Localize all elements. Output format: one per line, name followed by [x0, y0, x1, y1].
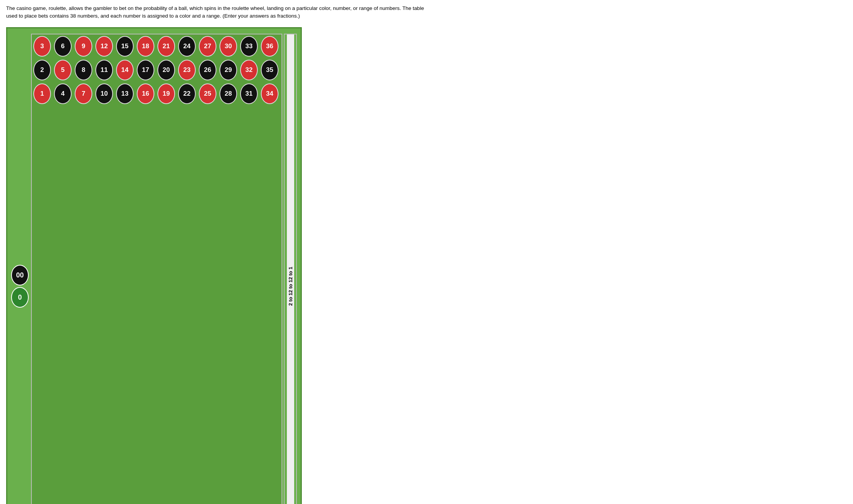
- intro-paragraph: The casino game, roulette, allows the ga…: [6, 5, 427, 20]
- number-1: 1: [33, 83, 51, 104]
- number-22: 22: [178, 83, 196, 104]
- number-21: 21: [157, 36, 175, 57]
- number-9: 9: [75, 36, 92, 57]
- number-36: 36: [261, 36, 278, 57]
- numbers-area: 00 0 36912151821242730333625811141720232…: [11, 34, 297, 504]
- number-3: 3: [33, 36, 51, 57]
- number-14: 14: [116, 60, 134, 80]
- number-25: 25: [199, 83, 216, 104]
- number-34: 34: [261, 83, 278, 104]
- number-28: 28: [219, 83, 237, 104]
- number-32: 32: [240, 60, 258, 80]
- number-24: 24: [178, 36, 196, 57]
- number-12: 12: [95, 36, 113, 57]
- side-label-column: 2 to 12 to 12 to 1: [284, 34, 297, 504]
- number-33: 33: [240, 36, 258, 57]
- roulette-wrapper: 00 0 36912151821242730333625811141720232…: [6, 27, 847, 504]
- side-label-text: 2 to 12 to 12 to 1: [287, 34, 294, 504]
- number-29: 29: [219, 60, 237, 80]
- number-6: 6: [54, 36, 72, 57]
- number-17: 17: [137, 60, 154, 80]
- number-7: 7: [75, 83, 92, 104]
- number-10: 10: [95, 83, 113, 104]
- main-number-grid: 3691215182124273033362581114172023262932…: [31, 34, 282, 504]
- number-35: 35: [261, 60, 278, 80]
- number-23: 23: [178, 60, 196, 80]
- number-2: 2: [33, 60, 51, 80]
- number-18: 18: [137, 36, 154, 57]
- zero-column: 00 0: [11, 34, 29, 504]
- number-0: 0: [11, 287, 29, 308]
- number-13: 13: [116, 83, 134, 104]
- number-30: 30: [219, 36, 237, 57]
- roulette-table: 00 0 36912151821242730333625811141720232…: [6, 27, 302, 504]
- number-00: 00: [11, 265, 29, 285]
- number-20: 20: [157, 60, 175, 80]
- number-26: 26: [199, 60, 216, 80]
- number-31: 31: [240, 83, 258, 104]
- number-5: 5: [54, 60, 72, 80]
- number-15: 15: [116, 36, 134, 57]
- number-4: 4: [54, 83, 72, 104]
- number-16: 16: [137, 83, 154, 104]
- number-11: 11: [95, 60, 113, 80]
- number-27: 27: [199, 36, 216, 57]
- number-19: 19: [157, 83, 175, 104]
- number-8: 8: [75, 60, 92, 80]
